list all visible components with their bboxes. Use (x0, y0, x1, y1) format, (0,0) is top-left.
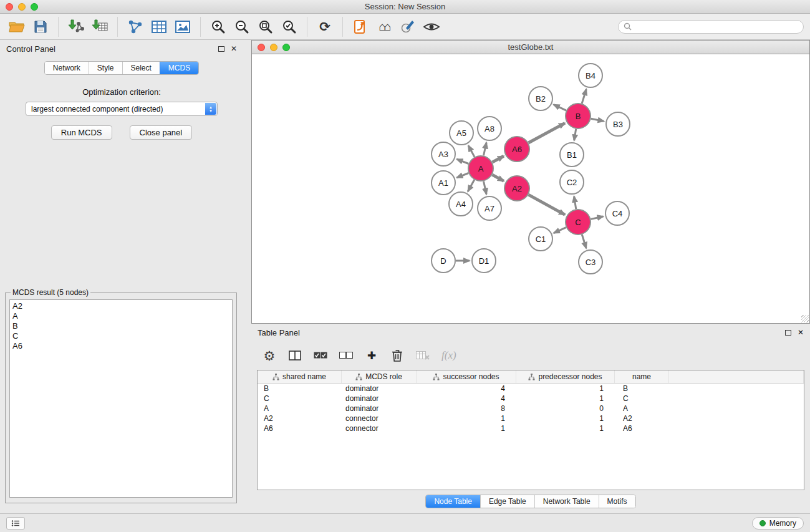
new-network-button[interactable] (125, 16, 146, 37)
mcds-result-list[interactable]: A2 A B C A6 (9, 299, 233, 498)
node-A5[interactable]: A5 (450, 121, 473, 145)
show-hide-button[interactable] (421, 16, 442, 37)
node-B2[interactable]: B2 (529, 87, 552, 110)
close-panel-button[interactable]: Close panel (130, 125, 193, 140)
import-network-from-file-button[interactable] (65, 16, 87, 37)
table-row[interactable]: B dominator 4 1 B (258, 384, 804, 394)
node-D[interactable]: D (432, 249, 455, 273)
node-A1[interactable]: A1 (432, 171, 455, 195)
delete-table-button[interactable] (416, 351, 430, 360)
run-mcds-button[interactable]: Run MCDS (51, 125, 112, 140)
table-row[interactable]: A2 connector 1 1 A2 (258, 414, 804, 423)
tab-edge-table[interactable]: Edge Table (480, 495, 534, 508)
network-graph[interactable]: AA1A2A3A4A5A6A7A8BB1B2B3B4CC1C2C3C4DD1 (252, 54, 809, 323)
node-B4[interactable]: B4 (579, 64, 602, 87)
node-C4[interactable]: C4 (605, 201, 629, 225)
tab-style[interactable]: Style (89, 62, 122, 74)
node-A[interactable]: A (468, 156, 493, 181)
zoom-out-button[interactable] (231, 16, 253, 37)
node-B[interactable]: B (566, 104, 591, 128)
list-item[interactable]: C (12, 331, 229, 341)
float-panel-icon[interactable] (218, 46, 224, 52)
resize-grip[interactable] (801, 315, 809, 322)
node-C[interactable]: C (566, 210, 591, 235)
tab-node-table[interactable]: Node Table (426, 495, 480, 508)
edge-A-A6[interactable] (493, 156, 504, 162)
save-session-button[interactable] (30, 16, 51, 37)
table-settings-button[interactable]: ⚙ (263, 349, 276, 362)
column-header-name[interactable]: name (615, 370, 669, 383)
node-A3[interactable]: A3 (432, 142, 455, 166)
first-neighbors-button[interactable]: ⌂⌂ (374, 16, 395, 37)
edge-B-B2[interactable] (554, 105, 566, 110)
edge-A6-B[interactable] (529, 123, 565, 143)
zoom-selected-button[interactable] (279, 16, 300, 37)
node-B1[interactable]: B1 (560, 143, 584, 167)
edge-A-A3[interactable] (457, 159, 469, 163)
node-C3[interactable]: C3 (579, 250, 602, 274)
select-all-columns-button[interactable] (314, 352, 327, 359)
list-item[interactable]: B (12, 321, 229, 331)
node-B3[interactable]: B3 (606, 112, 630, 136)
edge-A-A4[interactable] (468, 180, 474, 191)
table-row[interactable]: A dominator 8 0 A (258, 404, 804, 414)
node-C1[interactable]: C1 (529, 227, 552, 251)
zoom-window-button[interactable] (31, 3, 38, 11)
edge-C-C2[interactable] (574, 196, 576, 210)
table-row[interactable]: A6 connector 1 1 A6 (258, 423, 804, 433)
edge-A-A1[interactable] (457, 173, 469, 178)
edge-C-C3[interactable] (582, 235, 586, 248)
deselect-all-columns-button[interactable] (339, 352, 353, 359)
edge-A-A5[interactable] (468, 145, 475, 157)
edge-A-A2[interactable] (492, 175, 504, 181)
node-A8[interactable]: A8 (478, 117, 501, 140)
float-table-panel-icon[interactable] (785, 330, 791, 336)
edge-B-B1[interactable] (574, 129, 576, 141)
table-row[interactable]: C dominator 4 1 C (258, 394, 804, 404)
refresh-view-button[interactable]: ⟳ (314, 16, 335, 37)
node-A2[interactable]: A2 (504, 176, 529, 201)
edge-B-B4[interactable] (582, 89, 586, 104)
node-D1[interactable]: D1 (472, 249, 496, 273)
column-header-shared-name[interactable]: shared name (258, 370, 342, 383)
zoom-fit-button[interactable] (255, 16, 276, 37)
tab-select[interactable]: Select (122, 62, 160, 74)
zoom-in-button[interactable] (208, 16, 229, 37)
open-file-button[interactable] (6, 16, 27, 37)
new-table-button[interactable] (148, 16, 170, 37)
edge-A2-C[interactable] (528, 195, 565, 215)
tab-motifs[interactable]: Motifs (599, 495, 635, 508)
tab-mcds[interactable]: MCDS (160, 62, 198, 74)
import-table-from-file-button[interactable] (89, 16, 110, 37)
tab-network-table[interactable]: Network Table (534, 495, 599, 508)
node-C2[interactable]: C2 (560, 170, 584, 194)
memory-button[interactable]: Memory (752, 517, 804, 530)
toolbar-search[interactable] (618, 20, 804, 34)
list-item[interactable]: A (12, 311, 229, 321)
column-header-mcds-role[interactable]: MCDS role (342, 370, 417, 383)
apply-layout-button[interactable] (350, 16, 371, 37)
edge-C-C4[interactable] (591, 216, 604, 219)
column-header-successor-nodes[interactable]: successor nodes (417, 370, 516, 383)
style-brush-button[interactable] (397, 16, 418, 37)
node-A4[interactable]: A4 (449, 192, 473, 216)
close-window-button[interactable] (6, 3, 13, 11)
delete-column-button[interactable] (390, 349, 404, 362)
function-builder-button[interactable]: f(x) (441, 349, 456, 362)
search-input[interactable] (635, 22, 798, 31)
edge-A-A8[interactable] (484, 143, 487, 156)
list-item[interactable]: A6 (12, 341, 229, 351)
show-columns-button[interactable] (288, 351, 302, 360)
criterion-select[interactable]: largest connected component (directed) ▲… (26, 102, 218, 116)
close-network-button[interactable] (258, 44, 265, 51)
node-A7[interactable]: A7 (478, 196, 501, 220)
close-panel-icon[interactable]: ✕ (231, 45, 237, 52)
edge-B-B3[interactable] (591, 118, 604, 121)
column-header-predecessor-nodes[interactable]: predecessor nodes (516, 370, 615, 383)
minimize-network-button[interactable] (270, 44, 277, 51)
minimize-window-button[interactable] (18, 3, 26, 11)
network-canvas[interactable]: AA1A2A3A4A5A6A7A8BB1B2B3B4CC1C2C3C4DD1 (252, 54, 809, 323)
export-image-button[interactable] (172, 16, 193, 37)
node-A6[interactable]: A6 (504, 137, 529, 162)
list-item[interactable]: A2 (12, 301, 229, 311)
